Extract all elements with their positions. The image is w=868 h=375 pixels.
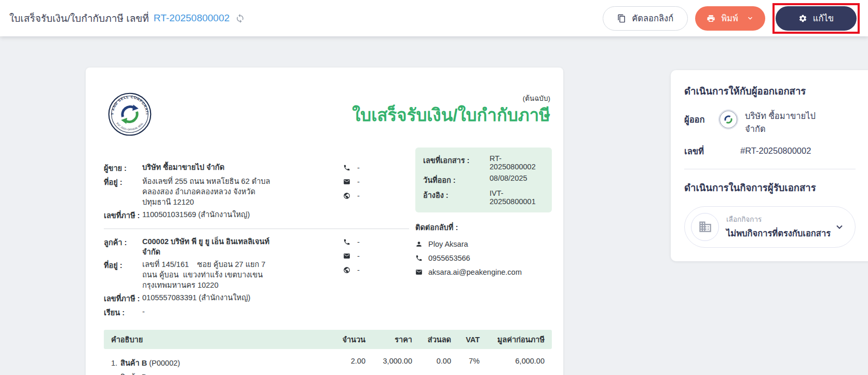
contact-heading: ติดต่อกลับที่ : bbox=[415, 221, 552, 233]
customer-attn-label: เรียน : bbox=[104, 306, 142, 318]
contact-email: aksara.ai@peakengine.com bbox=[428, 268, 522, 276]
page-title-text: ใบเสร็จรับเงิน/ใบกำกับภาษี เลขที่ bbox=[9, 10, 149, 26]
header-discount: ส่วนลด bbox=[412, 333, 451, 345]
customer-address: เลขที่ 145/161 ซอย คู้บอน 27 แยก 7 ถนน ค… bbox=[142, 259, 278, 290]
document-title: ใบเสร็จรับเงิน/ใบกำกับภาษี bbox=[352, 105, 550, 125]
item-description: สินค้า B bbox=[104, 369, 552, 375]
page-title: ใบเสร็จรับเงิน/ใบกำกับภาษี เลขที่ RT-202… bbox=[9, 10, 245, 26]
content-area: BUY AND SELL CORPORATION EST. 2023 • OFF… bbox=[0, 36, 868, 375]
building-icon bbox=[698, 220, 712, 234]
item-vat: 7% bbox=[451, 357, 480, 369]
print-button[interactable]: พิมพ์ bbox=[695, 6, 765, 31]
item-price: 3,000.00 bbox=[365, 357, 412, 369]
annotation-red-box: แก้ไข bbox=[772, 3, 860, 34]
issuer-logo bbox=[718, 110, 738, 129]
issuer-number-row: เลขที่ #RT-20250800002 bbox=[684, 144, 856, 158]
phone-icon bbox=[343, 164, 350, 171]
company-seal-logo: BUY AND SELL CORPORATION EST. 2023 • OFF… bbox=[108, 92, 152, 136]
email-icon bbox=[343, 178, 350, 185]
printer-icon bbox=[707, 14, 715, 23]
document-info-grid: ผู้ขาย :บริษัท ซื้อมาขายไป จำกัด ที่อยู่… bbox=[104, 148, 552, 320]
refresh-icon[interactable] bbox=[235, 14, 245, 23]
seller-email-value: - bbox=[357, 178, 360, 186]
doc-number-label: เลขที่เอกสาร : bbox=[423, 154, 490, 171]
header-price: ราคา bbox=[365, 333, 412, 345]
doc-date-label: วันที่ออก : bbox=[423, 174, 490, 186]
doc-ref-label: อ้างอิง : bbox=[423, 189, 490, 206]
globe-icon bbox=[343, 266, 350, 274]
chevron-down-icon bbox=[834, 222, 845, 232]
business-select-dropdown[interactable]: เลือกกิจการ ไม่พบกิจการที่ตรงกับเอกสาร bbox=[684, 206, 856, 248]
customer-email-value: - bbox=[357, 252, 360, 260]
item-number: 1. bbox=[111, 359, 117, 367]
business-select-value: ไม่พบกิจการที่ตรงกับเอกสาร bbox=[726, 226, 829, 240]
customer-attn-value: - bbox=[142, 306, 278, 318]
copy-icon bbox=[617, 14, 626, 23]
customer-block: ลูกค้า :C00002 บริษัท พี ยู ยู เอ็น อินเ… bbox=[104, 236, 410, 320]
seller-label: ผู้ขาย : bbox=[104, 162, 142, 174]
issuer-section-heading: ดำเนินการให้กับผู้ออกเอกสาร bbox=[684, 84, 856, 99]
customer-contact-icons: - - - bbox=[343, 236, 379, 320]
customer-website-value: - bbox=[357, 266, 360, 274]
chevron-down-icon bbox=[747, 15, 754, 22]
seller-tax-id: 1100501031569 (สำนักงานใหญ่) bbox=[142, 209, 278, 221]
item-amount: 6,000.00 bbox=[480, 357, 545, 369]
issuer-label: ผู้ออก bbox=[684, 110, 718, 126]
issuer-number-label: เลขที่ bbox=[684, 144, 718, 158]
side-panel-divider bbox=[684, 169, 856, 169]
item-quantity: 2.00 bbox=[327, 357, 365, 369]
header-description: คำอธิบาย bbox=[111, 333, 327, 345]
item-name: สินค้า B bbox=[120, 359, 147, 367]
items-table: คำอธิบาย จำนวน ราคา ส่วนลด VAT มูลค่าก่อ… bbox=[104, 330, 552, 375]
business-select-label: เลือกกิจการ bbox=[726, 213, 829, 225]
doc-number-value: RT-20250800002 bbox=[490, 154, 544, 171]
item-discount: 0.00 bbox=[412, 357, 451, 369]
seller-name: บริษัท ซื้อมาขายไป จำกัด bbox=[142, 162, 278, 174]
email-icon bbox=[415, 269, 423, 276]
gear-icon bbox=[798, 14, 807, 23]
edit-label: แก้ไข bbox=[813, 11, 834, 25]
customer-tax-label: เลขที่ภาษี : bbox=[104, 292, 142, 304]
contact-phone: 0955653566 bbox=[428, 254, 470, 262]
seller-tax-label: เลขที่ภาษี : bbox=[104, 209, 142, 221]
party-divider bbox=[104, 229, 409, 229]
table-row: 1.สินค้า B (P00002) 2.00 3,000.00 0.00 7… bbox=[104, 349, 552, 375]
seller-website-value: - bbox=[357, 192, 360, 200]
customer-address-label: ที่อยู่ : bbox=[104, 259, 142, 290]
items-table-header: คำอธิบาย จำนวน ราคา ส่วนลด VAT มูลค่าก่อ… bbox=[104, 330, 552, 349]
contact-back-block: ติดต่อกลับที่ : Ploy Aksara 0955653566 a… bbox=[415, 221, 552, 276]
email-icon bbox=[343, 252, 350, 260]
phone-icon bbox=[415, 255, 423, 262]
copy-link-label: คัดลอกลิงก์ bbox=[632, 11, 673, 25]
parties-column: ผู้ขาย :บริษัท ซื้อมาขายไป จำกัด ที่อยู่… bbox=[104, 148, 410, 320]
customer-name: C00002 บริษัท พี ยู ยู เอ็น อินเทลลิเจนท… bbox=[142, 236, 278, 257]
document-preview-card: BUY AND SELL CORPORATION EST. 2023 • OFF… bbox=[86, 68, 563, 375]
seller-address-label: ที่อยู่ : bbox=[104, 176, 142, 207]
seller-contact-icons: - - - bbox=[343, 162, 379, 223]
edit-button[interactable]: แก้ไข bbox=[776, 6, 857, 31]
header-quantity: จำนวน bbox=[327, 333, 365, 345]
person-icon bbox=[415, 240, 423, 248]
item-code: (P00002) bbox=[149, 359, 180, 367]
header-vat: VAT bbox=[451, 336, 480, 344]
actions-side-panel: ดำเนินการให้กับผู้ออกเอกสาร ผู้ออก บริษั… bbox=[671, 70, 868, 261]
doc-ref-value: IVT-20250800001 bbox=[490, 189, 544, 206]
doc-date-value: 08/08/2025 bbox=[490, 174, 527, 186]
app-bar: ใบเสร็จรับเงิน/ใบกำกับภาษี เลขที่ RT-202… bbox=[0, 0, 868, 36]
appbar-actions: คัดลอกลิงก์ พิมพ์ แก้ไข bbox=[603, 3, 860, 34]
document-header: BUY AND SELL CORPORATION EST. 2023 • OFF… bbox=[104, 92, 552, 136]
customer-label: ลูกค้า : bbox=[104, 236, 142, 257]
seller-address: ห้องเลขที่ 255 ถนน พหลโยธิน 62 ตำบล คลอง… bbox=[142, 176, 278, 207]
print-label: พิมพ์ bbox=[721, 11, 738, 25]
copy-type-label: (ต้นฉบับ) bbox=[352, 92, 550, 104]
document-number-link[interactable]: RT-20250800002 bbox=[154, 12, 230, 24]
document-meta-column: เลขที่เอกสาร :RT-20250800002 วันที่ออก :… bbox=[415, 148, 552, 320]
globe-icon bbox=[343, 192, 350, 199]
copy-link-button[interactable]: คัดลอกลิงก์ bbox=[603, 6, 688, 31]
seller-block: ผู้ขาย :บริษัท ซื้อมาขายไป จำกัด ที่อยู่… bbox=[104, 162, 410, 223]
phone-icon bbox=[343, 238, 350, 246]
seller-phone-value: - bbox=[357, 164, 360, 172]
issuer-row: ผู้ออก บริษัท ซื้อมาขายไป จำกัด bbox=[684, 110, 856, 136]
business-select-texts: เลือกกิจการ ไม่พบกิจการที่ตรงกับเอกสาร bbox=[726, 213, 829, 240]
issuer-number-value: #RT-20250800002 bbox=[740, 146, 811, 156]
